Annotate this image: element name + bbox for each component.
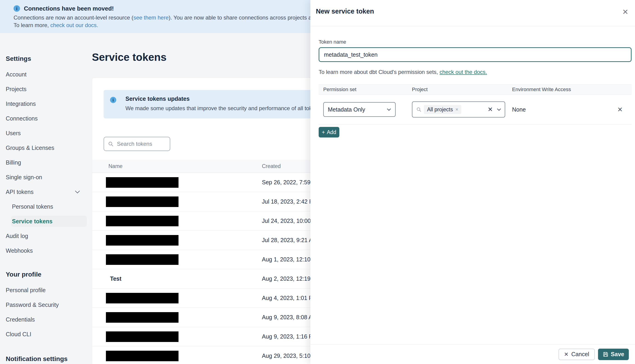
redacted-name-bar — [106, 351, 178, 361]
sidebar-item[interactable]: API tokens — [6, 184, 87, 199]
search-icon — [108, 141, 114, 147]
drawer-footer: ✕ Cancel Save — [310, 344, 635, 364]
page-title: Service tokens — [92, 51, 167, 63]
drawer-title: New service token — [316, 8, 374, 15]
redacted-name-bar — [106, 312, 178, 323]
cancel-button[interactable]: ✕ Cancel — [558, 348, 595, 360]
token-name-cell: Test — [92, 276, 262, 282]
sidebar-heading-settings: Settings — [6, 55, 92, 62]
project-multiselect[interactable]: All projects✕ ✕ — [412, 102, 505, 118]
profile-nav: Personal profile Password & Security Cre… — [6, 283, 92, 342]
chevron-down-icon — [387, 108, 391, 111]
banner-body: Connections are now an account-level res… — [14, 14, 355, 21]
column-header-name: Name — [92, 163, 262, 170]
info-icon: i — [110, 97, 116, 103]
sidebar-item[interactable]: Single sign-on — [6, 170, 87, 184]
redacted-name-bar — [106, 216, 178, 226]
sidebar-item[interactable]: Personal tokens — [11, 199, 87, 214]
save-button[interactable]: Save — [598, 348, 629, 360]
sidebar-item[interactable]: Personal profile — [6, 283, 87, 298]
sidebar-item[interactable]: Service tokens — [11, 216, 87, 227]
sidebar-item[interactable]: Audit log — [6, 228, 87, 243]
project-chip-label: All projects — [427, 106, 453, 113]
token-name-cell — [92, 216, 262, 226]
sidebar-item[interactable]: Users — [6, 126, 87, 140]
sidebar-item[interactable]: Connections — [6, 111, 87, 126]
banner-body-pre: Connections are now an account-level res… — [14, 14, 133, 21]
sidebar-item[interactable]: Groups & Licenses — [6, 140, 87, 155]
permission-set-value: Metadata Only — [328, 106, 365, 113]
sidebar-heading-notification-settings: Notification settings — [6, 355, 92, 362]
add-button-label: Add — [327, 129, 336, 136]
close-icon[interactable]: ✕ — [620, 7, 630, 17]
sidebar-item[interactable]: Credentials — [6, 312, 87, 327]
clear-selection-icon[interactable]: ✕ — [487, 106, 493, 113]
help-pre: To learn more about dbt Cloud's permissi… — [319, 69, 440, 75]
search-icon — [416, 107, 422, 112]
banner-title: Connections have been moved! — [24, 5, 114, 12]
search-tokens-box[interactable] — [104, 137, 170, 151]
save-icon — [603, 352, 608, 357]
token-name-input[interactable] — [319, 47, 631, 62]
chevron-down-icon[interactable] — [497, 108, 501, 111]
plus-icon: + — [322, 130, 325, 135]
close-icon: ✕ — [564, 351, 569, 358]
redacted-name-bar — [106, 235, 178, 246]
drawer-body: Token name To learn more about dbt Cloud… — [310, 26, 635, 344]
column-header-permission-set: Permission set — [319, 86, 407, 92]
token-name-cell — [92, 177, 262, 188]
permissions-table: Permission set Project Environment Write… — [319, 84, 631, 124]
column-header-env-write-access: Environment Write Access — [507, 86, 613, 92]
permissions-header: Permission set Project Environment Write… — [319, 84, 631, 94]
sidebar-item[interactable]: Cloud CLI — [6, 327, 87, 342]
token-name-cell — [92, 332, 262, 342]
token-name-label: Token name — [319, 39, 631, 45]
sidebar-item[interactable]: Account — [6, 67, 87, 82]
sidebar-item[interactable]: Projects — [6, 82, 87, 96]
sidebar-item[interactable]: Password & Security — [6, 298, 87, 312]
permission-set-select[interactable]: Metadata Only — [323, 102, 396, 117]
token-name-cell — [92, 312, 262, 323]
remove-row-icon[interactable]: ✕ — [613, 106, 622, 114]
check-our-docs-link[interactable]: check out our docs. — [50, 22, 98, 28]
sidebar-item[interactable]: Integrations — [6, 96, 87, 111]
redacted-name-bar — [106, 254, 178, 265]
redacted-name-bar — [106, 196, 178, 207]
project-chip: All projects✕ — [424, 105, 461, 114]
info-icon: i — [14, 5, 20, 12]
save-button-label: Save — [611, 351, 624, 358]
new-service-token-drawer: New service token ✕ Token name To learn … — [310, 0, 635, 364]
token-name-cell — [92, 254, 262, 265]
redacted-name-bar — [106, 332, 178, 342]
token-name: Test — [110, 276, 122, 282]
token-name-cell — [92, 351, 262, 361]
column-header-project: Project — [407, 86, 507, 92]
sidebar-item[interactable]: Billing — [6, 155, 87, 170]
redacted-name-bar — [106, 177, 178, 188]
search-tokens-input[interactable] — [117, 140, 167, 147]
settings-sidebar: Settings Account Projects Integrations C… — [0, 33, 92, 364]
settings-nav: Account Projects Integrations Connection… — [6, 67, 92, 258]
redacted-name-bar — [106, 293, 178, 304]
permission-row: Metadata Only All projects✕ ✕ — [319, 94, 631, 124]
permission-help-text: To learn more about dbt Cloud's permissi… — [319, 69, 631, 75]
app-root: i Connections have been moved! Connectio… — [0, 0, 635, 364]
token-name-cell — [92, 235, 262, 246]
sidebar-heading-your-profile: Your profile — [6, 271, 92, 278]
environment-write-access-value: None — [507, 106, 613, 113]
token-name-cell — [92, 293, 262, 304]
chip-remove-icon[interactable]: ✕ — [455, 107, 458, 112]
chevron-down-icon — [75, 190, 80, 194]
banner-more: To learn more, check out our docs. — [14, 22, 98, 28]
check-the-docs-link[interactable]: check out the docs. — [440, 69, 487, 75]
banner-more-pre: To learn more, — [14, 22, 50, 28]
cancel-button-label: Cancel — [571, 351, 589, 358]
token-name-cell — [92, 196, 262, 207]
see-them-here-link[interactable]: see them here — [133, 14, 169, 21]
sidebar-item[interactable]: Webhooks — [6, 243, 87, 258]
add-permission-button[interactable]: + Add — [319, 127, 339, 138]
